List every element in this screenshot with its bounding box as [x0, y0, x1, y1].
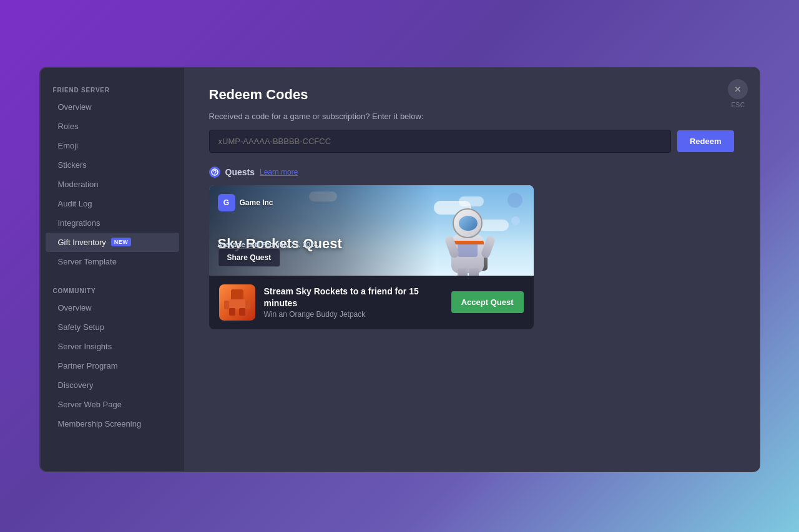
esc-label: ESC [731, 102, 745, 109]
sidebar-item-server-insights[interactable]: Server Insights [46, 337, 179, 356]
robot-arm-r [245, 301, 250, 309]
sidebar-item-audit-log[interactable]: Audit Log [46, 194, 179, 213]
sidebar-item-integrations[interactable]: Integrations [46, 213, 179, 233]
robot-head [231, 289, 243, 301]
redeem-row: Redeem [209, 130, 734, 153]
sidebar-item-server-template[interactable]: Server Template [46, 252, 179, 271]
quest-card: G Game Inc Sky Rockets Quest Available u… [209, 185, 534, 329]
astronaut-helmet [453, 208, 483, 238]
sidebar-item-safety-setup[interactable]: Safety Setup [46, 317, 179, 337]
sidebar-item-discovery[interactable]: Discovery [46, 375, 179, 395]
svg-point-1 [214, 173, 215, 174]
astronaut-figure [421, 195, 496, 276]
accept-quest-button[interactable]: Accept Quest [451, 291, 524, 313]
sidebar-item-moderation[interactable]: Moderation [46, 175, 179, 194]
quest-thumbnail [219, 284, 255, 321]
sidebar-item-stickers[interactable]: Stickers [46, 155, 179, 175]
sidebar-item-roles[interactable]: Roles [46, 117, 179, 136]
sidebar-item-membership-screening[interactable]: Membership Screening [46, 414, 179, 433]
sidebar: FRIEND SERVER Overview Roles Emoji Stick… [41, 68, 184, 471]
orb-decoration [507, 193, 522, 208]
robot-leg-l [229, 308, 235, 316]
redeem-input[interactable] [209, 130, 671, 153]
learn-more-link[interactable]: Learn more [260, 168, 298, 177]
friend-server-section-title: FRIEND SERVER [41, 80, 184, 97]
quest-action-row: Stream Sky Rockets to a friend for 15 mi… [209, 276, 534, 329]
orb-small [511, 216, 520, 225]
quests-header: Quests Learn more [209, 167, 734, 178]
visor [459, 216, 478, 231]
share-quest-button[interactable]: Share Quest [218, 248, 281, 267]
game-inc-logo: G Game Inc [218, 194, 273, 211]
leg-right [458, 268, 468, 276]
sidebar-item-overview-community[interactable]: Overview [46, 298, 179, 317]
quest-info: Stream Sky Rockets to a friend for 15 mi… [264, 286, 443, 318]
sidebar-item-gift-inventory[interactable]: Gift Inventory NEW [46, 233, 179, 252]
orange-stripe [451, 241, 484, 244]
sidebar-item-server-web-page[interactable]: Server Web Page [46, 395, 179, 414]
quests-icon [209, 167, 220, 178]
quest-available-date: Available until February 21, 2024. [218, 241, 320, 248]
quest-banner: G Game Inc Sky Rockets Quest Available u… [209, 185, 534, 276]
main-content: ✕ ESC Redeem Codes Received a code for a… [184, 68, 759, 471]
monitor: FRIEND SERVER Overview Roles Emoji Stick… [39, 67, 760, 472]
subtitle: Received a code for a game or subscripti… [209, 112, 734, 121]
sidebar-item-overview-friend[interactable]: Overview [46, 97, 179, 117]
community-section-title: COMMUNITY [41, 281, 184, 298]
page-title: Redeem Codes [209, 87, 734, 103]
redeem-button[interactable]: Redeem [677, 130, 734, 152]
sidebar-item-emoji[interactable]: Emoji [46, 136, 179, 155]
game-inc-icon: G [218, 194, 235, 211]
robot-arm-l [224, 301, 229, 309]
close-button[interactable]: ✕ [728, 79, 748, 99]
sidebar-item-partner-program[interactable]: Partner Program [46, 356, 179, 375]
leg-left [469, 268, 479, 276]
new-badge: NEW [111, 238, 131, 246]
robot-leg-r [239, 308, 245, 316]
game-inc-name: Game Inc [240, 198, 273, 207]
chest-panel [458, 243, 478, 257]
quest-reward: Win an Orange Buddy Jetpack [264, 310, 443, 319]
quest-action-title: Stream Sky Rockets to a friend for 15 mi… [264, 286, 443, 308]
quests-label: Quests [225, 167, 255, 177]
